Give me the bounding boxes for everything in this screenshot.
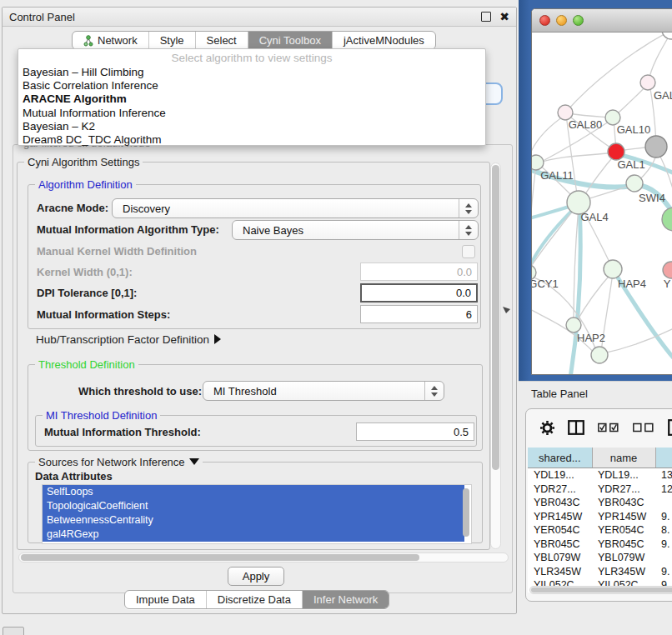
table-cell[interactable]: YBR043C bbox=[592, 496, 655, 510]
node-swi4[interactable] bbox=[626, 175, 643, 192]
attribute-item[interactable]: BetweennessCentrality bbox=[43, 513, 464, 528]
attribute-item[interactable]: SelfLoops bbox=[43, 485, 464, 499]
column-header-partial[interactable] bbox=[655, 448, 672, 468]
network-window-titlebar[interactable] bbox=[532, 9, 672, 32]
settings-horizontal-scrollbar[interactable] bbox=[18, 552, 509, 562]
node-hap2[interactable] bbox=[566, 318, 581, 332]
hub-section-toggle[interactable]: Hub/Transcription Factor Definition bbox=[36, 333, 221, 346]
aracne-mode-combo[interactable]: Discovery bbox=[112, 198, 479, 218]
table-row[interactable]: YDL19...YDL19...13 bbox=[528, 468, 672, 482]
algorithm-option[interactable]: Bayesian – K2 bbox=[23, 120, 485, 133]
table-row[interactable]: YBL079WYBL079W bbox=[528, 551, 672, 565]
apply-button[interactable]: Apply bbox=[228, 567, 284, 586]
horizontal-scrollbar-thumb[interactable] bbox=[21, 554, 419, 561]
network-canvas[interactable]: GALGAL80GAL10GAL1SWI4GAL11GAL4GCY1HAP4YH… bbox=[532, 32, 672, 375]
stepper-arrows-icon[interactable] bbox=[459, 199, 478, 218]
column-header-name[interactable]: name bbox=[592, 448, 655, 468]
table-cell[interactable]: 12 bbox=[655, 482, 672, 497]
close-traffic-light-icon[interactable] bbox=[539, 15, 550, 26]
table-cell[interactable] bbox=[655, 496, 672, 510]
algorithm-option[interactable]: ARACNE Algorithm bbox=[23, 92, 485, 106]
algorithm-option[interactable]: Basic Correlation Inference bbox=[23, 79, 485, 92]
table-row[interactable]: YBR043CYBR043C bbox=[528, 496, 672, 510]
attribute-item[interactable]: gal4RGexp bbox=[43, 528, 464, 542]
table-cell[interactable]: YDR27... bbox=[592, 482, 655, 497]
node-gal1[interactable] bbox=[608, 143, 624, 160]
mode-tab-discretize-data[interactable]: Discretize Data bbox=[207, 591, 303, 608]
table-cell[interactable]: 9. bbox=[655, 510, 672, 524]
vertical-scrollbar-thumb[interactable] bbox=[492, 165, 499, 470]
table-scrollbar-thumb[interactable] bbox=[531, 588, 672, 592]
node-hap4[interactable] bbox=[604, 260, 622, 278]
mode-tab-infer-network[interactable]: Infer Network bbox=[303, 591, 389, 608]
table-cell[interactable]: YLR345W bbox=[592, 565, 655, 579]
table-cell[interactable]: YBR045C bbox=[592, 538, 655, 552]
table-row[interactable]: YPR145WYPR145W9. bbox=[528, 510, 672, 524]
mi-steps-field[interactable] bbox=[360, 305, 478, 323]
table-cell[interactable]: 8. bbox=[655, 523, 672, 538]
node-gray[interactable] bbox=[645, 136, 667, 158]
list-scrollbar[interactable] bbox=[463, 488, 469, 537]
column-header-shared[interactable]: shared... bbox=[528, 448, 592, 468]
checked-pair-icon[interactable] bbox=[598, 422, 619, 432]
mi-type-combo[interactable]: Naive Bayes bbox=[232, 220, 479, 240]
table-cell[interactable]: 9. bbox=[655, 538, 672, 552]
unchecked-pair-icon[interactable] bbox=[633, 422, 654, 432]
sources-title[interactable]: Sources for Network Inference bbox=[35, 456, 203, 468]
algorithm-option[interactable]: Mutual Information Inference bbox=[23, 107, 485, 120]
close-icon[interactable]: ✖ bbox=[499, 12, 509, 21]
algorithm-option[interactable]: Dream8 DC_TDC Algorithm bbox=[23, 133, 485, 147]
tab-network[interactable]: Network bbox=[73, 32, 149, 49]
zoom-traffic-light-icon[interactable] bbox=[573, 15, 584, 26]
settings-vertical-scrollbar[interactable] bbox=[490, 162, 501, 549]
node-green-right[interactable] bbox=[662, 208, 672, 231]
minimize-traffic-light-icon[interactable] bbox=[556, 15, 567, 26]
stepper-arrows-icon[interactable] bbox=[424, 382, 444, 400]
table-cell[interactable] bbox=[655, 551, 672, 565]
document-icon[interactable] bbox=[668, 419, 672, 436]
table-cell[interactable]: YDL19... bbox=[592, 468, 655, 482]
table-cell[interactable]: YBL079W bbox=[528, 551, 592, 565]
dpi-tolerance-field[interactable] bbox=[360, 283, 478, 302]
bottom-left-button[interactable] bbox=[3, 627, 24, 635]
which-threshold-combo[interactable]: MI Threshold bbox=[203, 381, 444, 401]
tab-cyni-toolbox[interactable]: Cyni Toolbox bbox=[248, 32, 333, 49]
tab-style[interactable]: Style bbox=[149, 32, 196, 49]
table-cell[interactable]: 9. bbox=[655, 565, 672, 579]
table-cell[interactable]: YBR045C bbox=[528, 538, 592, 552]
table-row[interactable]: YLR345WYLR345W9. bbox=[528, 565, 672, 579]
columns-icon[interactable] bbox=[568, 420, 584, 435]
attribute-item[interactable]: TopologicalCoefficient bbox=[43, 499, 464, 513]
mi-threshold-field[interactable] bbox=[356, 422, 474, 441]
manual-kernel-checkbox[interactable] bbox=[462, 245, 475, 258]
table-cell[interactable]: YDR27... bbox=[528, 482, 592, 497]
float-window-icon[interactable] bbox=[481, 12, 491, 22]
table-cell[interactable]: YER054C bbox=[528, 523, 592, 538]
table-cell[interactable]: YBR043C bbox=[528, 496, 592, 510]
node-top-partial[interactable] bbox=[662, 32, 672, 39]
tab-jactivemnodules[interactable]: jActiveMNodules bbox=[333, 32, 435, 49]
table-cell[interactable]: YDL19... bbox=[528, 468, 592, 482]
mode-tab-impute-data[interactable]: Impute Data bbox=[125, 591, 207, 608]
table-row[interactable]: YER054CYER054C8. bbox=[528, 523, 672, 538]
table-cell[interactable]: YBL079W bbox=[592, 551, 655, 565]
table-cell[interactable]: 13 bbox=[655, 468, 672, 482]
node-gal11[interactable] bbox=[532, 155, 544, 170]
node-gal-partial[interactable] bbox=[640, 75, 655, 90]
kernel-width-field[interactable] bbox=[360, 262, 478, 281]
table-row[interactable]: YDR27...YDR27...12 bbox=[528, 482, 672, 497]
stepper-arrows-icon[interactable] bbox=[459, 221, 478, 239]
table-cell[interactable]: YPR145W bbox=[528, 510, 592, 524]
algorithm-option[interactable]: Bayesian – Hill Climbing bbox=[23, 66, 485, 79]
table-cell[interactable]: YPR145W bbox=[592, 510, 655, 524]
table-horizontal-scrollbar[interactable] bbox=[529, 586, 672, 594]
data-attributes-list[interactable]: SelfLoopsTopologicalCoefficientBetweenne… bbox=[42, 484, 472, 544]
gear-icon[interactable] bbox=[540, 421, 554, 435]
network-graph[interactable]: GALGAL80GAL10GAL1SWI4GAL11GAL4GCY1HAP4YH… bbox=[532, 32, 672, 375]
table-cell[interactable]: YLR345W bbox=[528, 565, 592, 579]
node-bottom[interactable] bbox=[591, 347, 608, 363]
table-cell[interactable]: YER054C bbox=[592, 523, 655, 538]
tab-select[interactable]: Select bbox=[196, 32, 248, 49]
node-salmon[interactable] bbox=[663, 262, 672, 278]
table-row[interactable]: YBR045CYBR045C9. bbox=[528, 538, 672, 552]
